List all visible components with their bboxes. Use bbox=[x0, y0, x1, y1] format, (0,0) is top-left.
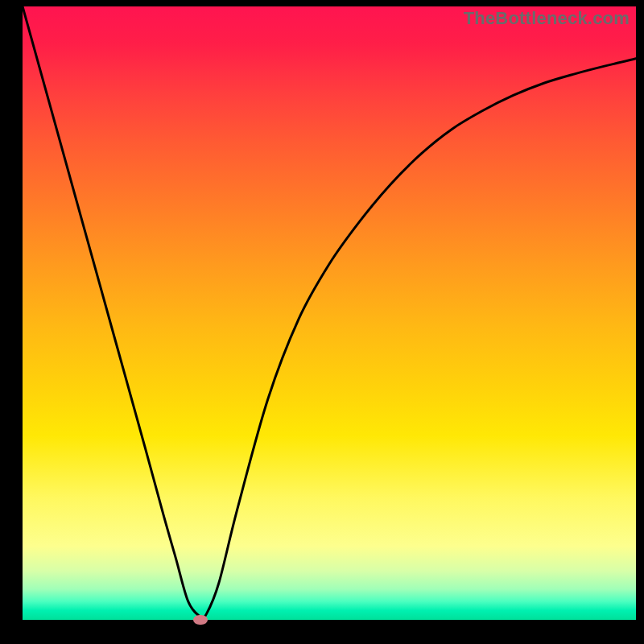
plot-area: TheBottleneck.com bbox=[23, 6, 636, 620]
bottleneck-curve-path bbox=[23, 6, 636, 618]
minimum-marker bbox=[193, 615, 208, 625]
chart-frame: TheBottleneck.com bbox=[0, 0, 644, 644]
curve-svg bbox=[23, 6, 636, 620]
